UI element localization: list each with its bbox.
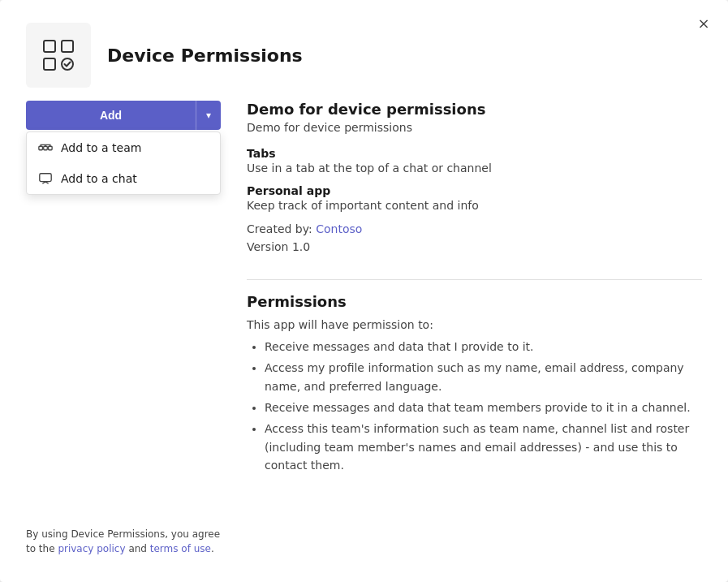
terms-of-use-link[interactable]: terms of use <box>150 543 211 554</box>
app-name: Demo for device permissions <box>247 101 702 118</box>
dropdown-item-add-to-team[interactable]: Add to a team <box>27 132 220 163</box>
dropdown-item-chat-label: Add to a chat <box>61 172 137 185</box>
team-icon <box>38 140 53 155</box>
permission-item-0: Receive messages and data that I provide… <box>265 338 702 356</box>
feature-personal-app-title: Personal app <box>247 184 702 197</box>
version-line: Version 1.0 <box>247 238 702 256</box>
svg-rect-3 <box>39 146 43 150</box>
feature-personal-app: Personal app Keep track of important con… <box>247 184 702 212</box>
permission-item-3: Access this team's information such as t… <box>265 420 702 474</box>
permissions-title: Permissions <box>247 293 702 310</box>
feature-tabs-title: Tabs <box>247 147 702 160</box>
created-by-label: Created by: <box>247 222 312 235</box>
creator-line: Created by: Contoso <box>247 220 702 238</box>
right-panel: Demo for device permissions Demo for dev… <box>247 101 702 556</box>
svg-rect-0 <box>44 41 55 52</box>
device-permissions-modal: × Device Permissions Add ▾ <box>0 0 728 582</box>
left-panel: Add ▾ Add to a team <box>26 101 221 556</box>
modal-title: Device Permissions <box>107 45 303 66</box>
add-dropdown-menu: Add to a team Add to a chat <box>26 131 221 195</box>
permissions-intro: This app will have permission to: <box>247 318 702 331</box>
dropdown-item-add-to-chat[interactable]: Add to a chat <box>27 163 220 194</box>
feature-tabs-desc: Use in a tab at the top of a chat or cha… <box>247 162 702 175</box>
svg-rect-7 <box>40 174 51 182</box>
chat-icon <box>38 171 53 186</box>
svg-rect-5 <box>49 146 53 150</box>
add-button-group: Add ▾ Add to a team <box>26 101 221 130</box>
modal-header: Device Permissions <box>0 0 728 101</box>
modal-body: Add ▾ Add to a team <box>0 101 728 582</box>
close-icon: × <box>697 15 709 32</box>
permission-item-2: Receive messages and data that team memb… <box>265 399 702 416</box>
feature-personal-app-desc: Keep track of important content and info <box>247 199 702 212</box>
add-button-main[interactable]: Add <box>26 101 196 130</box>
svg-rect-4 <box>44 146 48 150</box>
privacy-policy-link[interactable]: privacy policy <box>58 543 125 554</box>
bottom-note: By using Device Permissions, you agree t… <box>26 202 221 556</box>
dropdown-item-team-label: Add to a team <box>61 141 141 154</box>
permissions-divider <box>247 279 702 280</box>
permissions-list: Receive messages and data that I provide… <box>247 338 702 475</box>
creator-link[interactable]: Contoso <box>316 222 362 235</box>
feature-tabs: Tabs Use in a tab at the top of a chat o… <box>247 147 702 175</box>
meta-section: Created by: Contoso Version 1.0 <box>247 220 702 257</box>
close-button[interactable]: × <box>692 11 715 34</box>
app-icon-box <box>26 23 91 88</box>
bottom-note-suffix: . <box>211 543 214 554</box>
permission-item-1: Access my profile information such as my… <box>265 359 702 395</box>
add-button-chevron[interactable]: ▾ <box>196 101 221 130</box>
app-icon <box>41 37 76 73</box>
svg-rect-2 <box>44 58 55 70</box>
bottom-note-middle: and <box>126 543 150 554</box>
chevron-down-icon: ▾ <box>206 110 211 121</box>
app-subtitle: Demo for device permissions <box>247 121 702 134</box>
svg-rect-1 <box>62 41 73 52</box>
